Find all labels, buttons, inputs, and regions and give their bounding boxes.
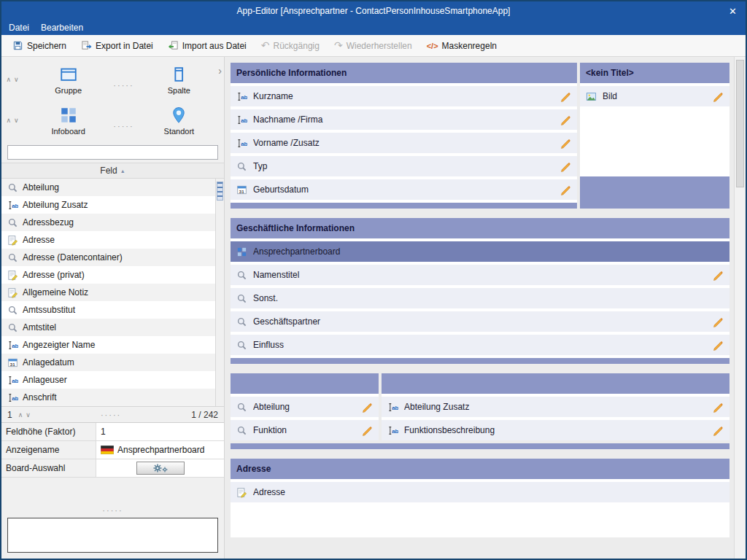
designer-field-adresse[interactable]: Adresse <box>231 482 729 502</box>
designer-field-namenstitel[interactable]: Namenstitel <box>231 265 729 285</box>
toolbar-speichern[interactable]: Speichern <box>6 38 73 53</box>
property-label: Board-Auswahl <box>1 459 96 477</box>
designer-field-label: Sonst. <box>253 293 278 303</box>
designer-field-bild[interactable]: Bild <box>580 86 729 106</box>
anzeigename-value[interactable]: Ansprechpartnerboard <box>96 441 224 459</box>
field-item-allgemeine-notiz[interactable]: Allgemeine Notiz <box>1 284 215 301</box>
designer-field-ansprechpartnerboard[interactable]: Ansprechpartnerboard <box>231 241 729 262</box>
designer-field-abteilung[interactable]: Abteilung <box>231 397 379 417</box>
designer-field-nachname-firma[interactable]: abNachname /Firma <box>231 109 577 130</box>
edit-pencil-icon[interactable] <box>712 339 724 351</box>
designer-field-label: Kurzname <box>253 91 293 101</box>
field-item-anlageuser[interactable]: abAnlageuser <box>1 371 215 389</box>
designer-field-typ[interactable]: Typ <box>231 156 577 176</box>
field-item-adresse[interactable]: Adresse <box>1 231 215 249</box>
designer-field-vorname-zusatz[interactable]: abVorname /Zusatz <box>231 133 577 153</box>
section-header-personal[interactable]: Persönliche Informationen <box>231 63 577 83</box>
drag-handle[interactable]: ····· <box>1 506 224 515</box>
titlebar[interactable]: App-Editor [Ansprechpartner - ContactPer… <box>1 1 746 20</box>
feldhoehe-value[interactable]: 1 <box>96 423 224 440</box>
pager-up-down[interactable]: ∧∨ <box>18 411 31 419</box>
palette-scroll[interactable]: ∧∨ <box>1 117 23 124</box>
edit-pencil-icon[interactable] <box>560 90 571 102</box>
drag-handle[interactable]: ····· <box>113 122 133 131</box>
field-item-label: Abteilung <box>23 182 59 192</box>
field-item-adresse-privat[interactable]: Adresse (privat) <box>1 266 215 284</box>
edit-pencil-icon[interactable] <box>361 401 373 413</box>
chevron-down-icon[interactable]: ∨ <box>14 117 19 124</box>
edit-pencil-icon[interactable] <box>712 90 724 102</box>
drag-handle[interactable]: ····· <box>36 411 185 419</box>
field-item-abteilung-zusatz[interactable]: abAbteilung Zusatz <box>1 196 215 214</box>
palette-item-infoboard[interactable]: Infoboard <box>23 106 113 136</box>
feld-sort-header[interactable]: Feld ▲ <box>1 163 224 179</box>
board-auswahl-button[interactable] <box>136 462 185 475</box>
section-header-adresse[interactable]: Adresse <box>231 459 729 479</box>
field-item-adressbezug[interactable]: Adressbezug <box>1 214 215 231</box>
toolbar-export-in-datei[interactable]: Export in Datei <box>74 38 160 53</box>
panel-spacer <box>1 478 224 505</box>
edit-pencil-icon[interactable] <box>712 316 724 327</box>
designer-field-sonst[interactable]: Sonst. <box>231 288 729 308</box>
designer-field-kurzname[interactable]: abKurzname <box>231 86 577 106</box>
section-untitled-columns: AbteilungFunktion abAbteilung ZusatzabFu… <box>231 373 729 449</box>
section-header-empty-right[interactable] <box>382 373 729 394</box>
field-item-label: Adressbezug <box>23 217 74 228</box>
designer-field-abteilung-zusatz[interactable]: abAbteilung Zusatz <box>382 397 729 417</box>
chevron-right-icon[interactable]: › <box>218 65 222 77</box>
preview-box[interactable] <box>7 518 218 553</box>
close-icon[interactable]: ✕ <box>729 1 737 20</box>
drag-handle[interactable]: ····· <box>113 81 133 90</box>
edit-pencil-icon[interactable] <box>361 424 373 436</box>
edit-pencil-icon[interactable] <box>560 114 571 125</box>
import-icon <box>168 40 179 51</box>
chevron-up-icon[interactable]: ∧ <box>6 117 11 124</box>
empty-drop-cell[interactable] <box>580 176 729 209</box>
chevron-down-icon[interactable]: ∨ <box>26 411 31 419</box>
chevron-up-icon[interactable]: ∧ <box>6 76 11 83</box>
edit-pencil-icon[interactable] <box>560 137 571 149</box>
palette-scroll[interactable]: ∧∨ <box>1 76 23 83</box>
edit-pencil-icon[interactable] <box>560 184 571 195</box>
designer-field-label: Abteilung <box>253 402 290 412</box>
toolbar-maskenregeln[interactable]: </>Maskenregeln <box>420 39 503 53</box>
edit-pencil-icon[interactable] <box>712 401 724 413</box>
field-item-angezeigter-name[interactable]: abAngezeigter Name <box>1 336 215 354</box>
palette-item-spalte[interactable]: Spalte <box>134 65 224 95</box>
main-scrollbar-thumb[interactable] <box>736 60 744 187</box>
edit-pencil-icon[interactable] <box>712 269 724 281</box>
field-list-pager: 1 ∧∨ ····· 1 / 242 <box>1 406 224 422</box>
field-item-anschrift[interactable]: abAnschrift <box>1 389 215 406</box>
section-header-empty-left[interactable] <box>231 373 379 394</box>
edit-pencil-icon[interactable] <box>712 424 724 436</box>
lookup-icon <box>236 161 247 172</box>
section-header-kein-titel[interactable]: <kein Titel> <box>580 63 729 83</box>
designer-field-funktionsbeschreibung[interactable]: abFunktionsbeschreibung <box>382 420 729 440</box>
section-header-business[interactable]: Geschäftliche Informationen <box>231 218 729 238</box>
designer-field-funktion[interactable]: Funktion <box>231 420 379 440</box>
edit-pencil-icon[interactable] <box>560 160 571 172</box>
field-item-anlagedatum[interactable]: 31Anlagedatum <box>1 354 215 371</box>
address-icon <box>7 270 18 281</box>
designer-field-geschäftspartner[interactable]: Geschäftspartner <box>231 311 729 332</box>
field-list-scrollbar[interactable] <box>215 179 224 406</box>
lookup-icon <box>236 402 247 413</box>
chevron-up-icon[interactable]: ∧ <box>18 411 23 419</box>
menu-bearbeiten[interactable]: Bearbeiten <box>41 23 83 33</box>
palette-item-gruppe[interactable]: Gruppe <box>23 65 113 95</box>
designer-field-einfluss[interactable]: Einfluss <box>231 335 729 355</box>
designer-field-label: Abteilung Zusatz <box>404 402 469 412</box>
field-item-amtstitel[interactable]: Amtstitel <box>1 319 215 336</box>
text-icon: ab <box>7 340 18 351</box>
field-item-abteilung[interactable]: Abteilung <box>1 179 215 196</box>
field-item-adresse-datencontainer[interactable]: Adresse (Datencontainer) <box>1 249 215 266</box>
field-item-amtssubstitut[interactable]: Amtssubstitut <box>1 301 215 319</box>
field-list-scrollbar-thumb[interactable] <box>217 182 223 201</box>
palette-item-standort[interactable]: Standort <box>134 106 224 136</box>
chevron-down-icon[interactable]: ∨ <box>14 76 19 83</box>
toolbar-import-aus-datei[interactable]: Import aus Datei <box>161 38 253 53</box>
main-scrollbar[interactable] <box>734 57 746 559</box>
field-search-input[interactable] <box>7 145 218 160</box>
menu-datei[interactable]: Datei <box>9 23 29 33</box>
designer-field-geburtsdatum[interactable]: 31Geburtsdatum <box>231 179 577 200</box>
